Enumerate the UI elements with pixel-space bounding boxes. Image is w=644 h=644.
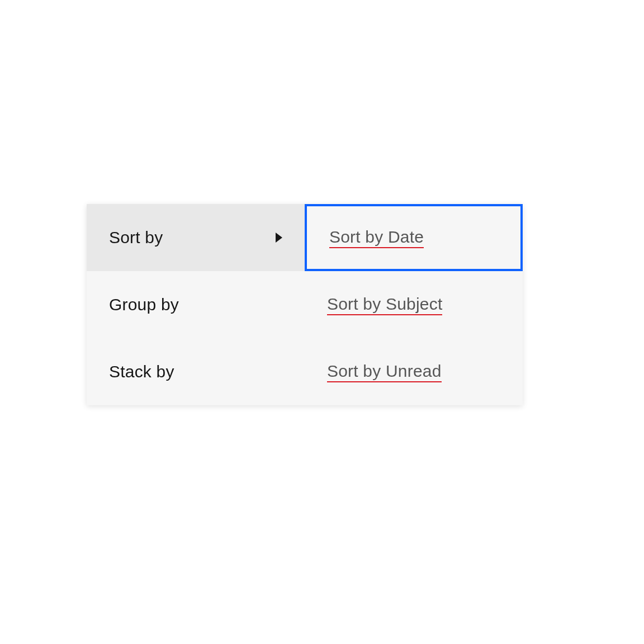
menu-item-group-by[interactable]: Group by [87, 271, 305, 338]
context-menu-container: Sort by Group by Stack by Sort by Date S… [87, 204, 523, 405]
submenu-item-sort-by-date[interactable]: Sort by Date [305, 204, 523, 271]
menu-item-label: Group by [109, 295, 179, 314]
menu-item-sort-by[interactable]: Sort by [87, 204, 305, 271]
submenu-item-label: Sort by Unread [327, 362, 442, 382]
menu-item-stack-by[interactable]: Stack by [87, 338, 305, 405]
submenu-item-sort-by-subject[interactable]: Sort by Subject [305, 271, 523, 338]
submenu: Sort by Date Sort by Subject Sort by Unr… [305, 204, 523, 405]
submenu-item-label: Sort by Subject [327, 295, 442, 315]
submenu-item-sort-by-unread[interactable]: Sort by Unread [305, 338, 523, 405]
main-menu: Sort by Group by Stack by [87, 204, 305, 405]
menu-item-label: Stack by [109, 362, 174, 381]
submenu-caret-icon [276, 233, 282, 243]
menu-item-label: Sort by [109, 228, 163, 247]
submenu-item-label: Sort by Date [329, 228, 424, 248]
